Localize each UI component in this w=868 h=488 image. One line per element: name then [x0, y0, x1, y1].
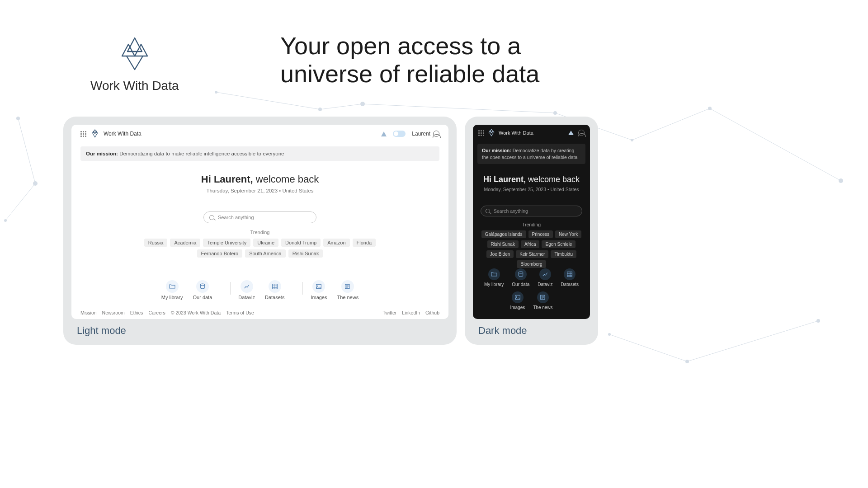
trending-chip[interactable]: Russia	[144, 239, 168, 247]
mountain-logo-icon	[118, 36, 151, 74]
trending-chip[interactable]: Rishi Sunak	[487, 240, 519, 248]
trending-chip[interactable]: Rishi Sunak	[288, 249, 323, 258]
svg-rect-24	[272, 284, 277, 289]
trending-chip[interactable]: Academia	[170, 239, 200, 247]
footer: MissionNewsroomEthicsCareers © 2023 Work…	[80, 310, 439, 315]
footer-link-ethics[interactable]: Ethics	[130, 310, 143, 315]
grid-icon	[564, 268, 576, 280]
search-input[interactable]	[203, 211, 316, 223]
nav-my-library[interactable]: My library	[484, 268, 504, 287]
svg-line-7	[710, 108, 841, 181]
light-brand-name[interactable]: Work With Data	[104, 131, 142, 137]
dark-caption: Dark mode	[478, 325, 527, 337]
trending-chip[interactable]: Florida	[353, 239, 376, 247]
nav-our-data[interactable]: Our data	[193, 280, 212, 300]
trending-label: Trending	[71, 230, 448, 235]
avatar-icon[interactable]	[578, 130, 585, 136]
mountain-logo-icon[interactable]	[91, 129, 99, 138]
light-caption: Light mode	[77, 325, 126, 337]
theme-toggle[interactable]	[393, 131, 406, 137]
trending-chip[interactable]: Egon Schiele	[542, 240, 576, 248]
nav-my-library[interactable]: My library	[161, 280, 183, 300]
light-header: Work With Data Laurent	[71, 125, 448, 143]
light-screen: Work With Data Laurent Our mission: Demo…	[71, 125, 448, 319]
nav-dataviz[interactable]: Dataviz	[238, 280, 255, 300]
svg-line-6	[632, 108, 710, 140]
nav-images[interactable]: Images	[311, 280, 327, 300]
date-location: Thursday, September 21, 2023 • United St…	[71, 188, 448, 193]
trending-chip[interactable]: Amazon	[323, 239, 349, 247]
nav-dataviz[interactable]: Dataviz	[538, 268, 552, 287]
trending-chip[interactable]: Bloomberg	[517, 260, 546, 268]
trending-chip[interactable]: Timbuktu	[551, 250, 576, 258]
database-icon	[515, 268, 527, 280]
mountain-logo-icon[interactable]	[488, 129, 495, 137]
nav-images[interactable]: Images	[510, 291, 525, 310]
trending-chip[interactable]: Africa	[521, 240, 540, 248]
footer-link-careers[interactable]: Careers	[148, 310, 165, 315]
trending-chip[interactable]: Joe Biden	[486, 250, 514, 258]
svg-point-23	[200, 284, 204, 286]
svg-point-10	[16, 117, 20, 120]
svg-point-11	[33, 181, 38, 186]
footer-link-newsroom[interactable]: Newsroom	[102, 310, 125, 315]
dark-mode-panel: Work With Data Our mission: Democratize …	[465, 117, 598, 345]
hero-logo: Work With Data	[90, 36, 179, 93]
svg-line-8	[609, 334, 687, 361]
apps-grid-icon[interactable]	[80, 131, 86, 137]
dark-brand-name[interactable]: Work With Data	[499, 130, 533, 136]
folder-icon	[166, 280, 179, 293]
image-icon	[512, 291, 524, 303]
triangle-icon[interactable]	[568, 131, 574, 135]
nav-datasets[interactable]: Datasets	[265, 280, 284, 300]
apps-grid-icon[interactable]	[478, 130, 484, 136]
folder-icon	[488, 268, 500, 280]
nav-datasets[interactable]: Datasets	[561, 268, 579, 287]
news-icon	[537, 291, 549, 303]
mission-banner: Our mission: Democratizing data to make …	[80, 146, 439, 161]
search-input[interactable]	[481, 206, 582, 216]
svg-rect-30	[515, 295, 520, 299]
trending-label: Trending	[473, 222, 590, 227]
greeting: Hi Laurent, welcome back	[71, 174, 448, 185]
triangle-icon[interactable]	[381, 131, 387, 136]
trending-chip[interactable]: South America	[245, 249, 286, 258]
trending-chips: Galápagos IslandsPrincessNew YorkRishi S…	[477, 230, 585, 268]
footer-left: MissionNewsroomEthicsCareers © 2023 Work…	[80, 310, 254, 315]
trending-chip[interactable]: Keir Starmer	[516, 250, 548, 258]
footer-right: TwitterLinkedInGithub	[382, 310, 439, 315]
footer-link-github[interactable]: Github	[425, 310, 439, 315]
footer-copyright: © 2023 Work With Data	[171, 310, 221, 315]
trending-chip[interactable]: New York	[555, 230, 581, 238]
user-menu[interactable]: Laurent	[412, 131, 439, 137]
nav-the-news[interactable]: The news	[533, 291, 552, 310]
avatar-icon	[433, 131, 439, 137]
news-icon	[341, 280, 354, 293]
trending-chip[interactable]: Donald Trump	[281, 239, 321, 247]
svg-line-0	[18, 118, 35, 183]
svg-point-16	[553, 111, 557, 115]
footer-link-twitter[interactable]: Twitter	[382, 310, 396, 315]
footer-link-linkedin[interactable]: LinkedIn	[402, 310, 420, 315]
date-location: Monday, September 25, 2023 • United Stat…	[473, 187, 590, 192]
trending-chip[interactable]: Ukraine	[253, 239, 278, 247]
nav-row: My libraryOur data DatavizDatasets Image…	[71, 280, 448, 300]
nav-our-data[interactable]: Our data	[512, 268, 529, 287]
image-icon	[312, 280, 325, 293]
search-icon	[486, 209, 490, 213]
footer-terms[interactable]: Terms of Use	[226, 310, 254, 315]
trending-chip[interactable]: Temple University	[203, 239, 250, 247]
trending-chip[interactable]: Galápagos Islands	[481, 230, 526, 238]
svg-rect-25	[316, 284, 321, 288]
footer-link-mission[interactable]: Mission	[80, 310, 97, 315]
trending-chip[interactable]: Princess	[528, 230, 553, 238]
svg-point-17	[631, 139, 633, 141]
trending-chip[interactable]: Fernando Botero	[197, 249, 243, 258]
mission-banner: Our mission: Democratize data by creatin…	[477, 144, 585, 164]
trending-chips: RussiaAcademiaTemple UniversityUkraineDo…	[126, 239, 394, 258]
svg-point-21	[685, 360, 689, 363]
nav-the-news[interactable]: The news	[337, 280, 359, 300]
hero-brand-name: Work With Data	[90, 79, 179, 93]
chart-icon	[241, 280, 253, 293]
light-mode-panel: Work With Data Laurent Our mission: Demo…	[63, 117, 457, 345]
